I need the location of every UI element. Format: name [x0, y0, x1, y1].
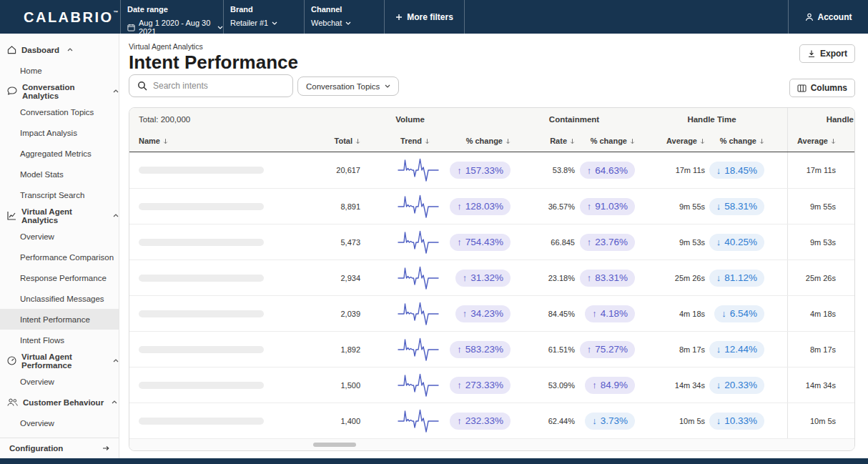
columns-button[interactable]: Columns	[789, 79, 855, 97]
intent-row[interactable]: 2,039↑34.23%84.45%↑4.18%4m 18s↓6.54%4m 1…	[129, 295, 854, 331]
filter-label-brand: Brand	[230, 5, 304, 14]
containment-change-cell: ↑4.18%	[578, 296, 636, 331]
sidebar-item-overview[interactable]: Overview	[0, 413, 119, 433]
intent-row[interactable]: 5,473↑754.43%66.845↑23.76%9m 53s↓40.25%9…	[129, 224, 854, 260]
filter-value-channel[interactable]: Webchat	[311, 19, 384, 27]
sidebar-item-response-performance[interactable]: Response Performance	[0, 267, 119, 288]
column-header-label: % change	[466, 137, 503, 145]
bottom-strip	[0, 458, 868, 464]
line-chart-icon	[7, 211, 16, 220]
sidebar-item-model-stats[interactable]: Model Stats	[0, 164, 119, 184]
sidebar-item-unclassified-messages[interactable]: Unclassified Messages	[0, 288, 119, 309]
sidebar-item-home[interactable]: Home	[0, 60, 119, 81]
account-button[interactable]: Account	[788, 0, 868, 34]
volume-change-pill: ↑232.33%	[450, 413, 511, 430]
search-input[interactable]	[153, 81, 285, 91]
chevron-down-icon	[217, 26, 223, 29]
volume-trend	[362, 152, 439, 188]
handle-average: 14m 34s	[787, 367, 855, 403]
intent-name-cell	[129, 403, 308, 438]
volume-trend	[362, 296, 439, 331]
handle-time-change-pill: ↓12.44%	[709, 341, 764, 358]
sidebar-item-intent-flows[interactable]: Intent Flows	[0, 330, 119, 350]
trend-sparkline	[398, 408, 439, 434]
pill-value: 75.27%	[595, 344, 628, 355]
sidebar-item-impact-analysis[interactable]: Impact Analysis	[0, 122, 119, 143]
sidebar-item-configuration[interactable]: Configuration	[0, 438, 119, 458]
sidebar-item-transcript-search[interactable]: Transcript Search	[0, 184, 119, 205]
pill-value: 4.18%	[601, 308, 628, 319]
filter-date-range: Date rangeAug 1 2020 - Aug 30 2021	[120, 0, 223, 34]
section-label: Conversation Analytics	[22, 83, 105, 100]
sidebar-item-overview[interactable]: Overview	[0, 371, 119, 392]
column-header-average-9[interactable]: Average	[787, 130, 855, 152]
intent-row[interactable]: 1,892↑583.23%61.51%↑75.27%8m 17s↓12.44%8…	[129, 331, 854, 367]
intent-name-skeleton	[139, 203, 264, 210]
intent-row[interactable]: 2,934↑31.32%23.18%↑83.31%25m 26s↓81.12%2…	[129, 260, 854, 295]
intent-row[interactable]: 20,617↑157.33%53.8%↑64.63%17m 11s↓18.45%…	[129, 152, 854, 188]
filter-value-text: Webchat	[311, 19, 342, 27]
sidebar-item-intent-performance[interactable]: Intent Performance	[0, 309, 119, 330]
filter-label-date-range: Date range	[127, 5, 223, 14]
intent-row[interactable]: 1,500↑273.33%53.09%↑84.9%14m 34s↓20.33%1…	[129, 367, 854, 403]
search-box	[129, 74, 293, 97]
containment-change-pill: ↑75.27%	[580, 341, 635, 358]
sidebar-section-conversation-analytics[interactable]: Conversation Analytics	[0, 81, 119, 102]
filter-value-brand[interactable]: Retailer #1	[230, 19, 304, 27]
column-header-name-1[interactable]: Name	[129, 130, 308, 152]
down-arrow-icon: ↓	[716, 272, 721, 283]
volume-trend	[362, 189, 439, 224]
arrow-right-icon	[102, 445, 109, 451]
sidebar-section-dasboard[interactable]: Dasboard	[0, 39, 119, 60]
sidebar-item-conversation-topics[interactable]: Conversation Topics	[0, 102, 119, 122]
sort-icon	[831, 138, 836, 144]
pill-value: 31.32%	[470, 272, 503, 283]
handle-average: 9m 55s	[787, 189, 855, 224]
pill-value: 583.23%	[465, 344, 503, 355]
horizontal-scrollbar-thumb[interactable]	[313, 443, 356, 447]
containment-change-cell: ↓3.73%	[578, 403, 636, 438]
intent-row[interactable]: 1,400↑232.33%62.44%↓3.73%10m 5s↓10.33%10…	[129, 403, 854, 438]
column-header-rate-5[interactable]: Rate	[512, 130, 578, 152]
handle-time-average: 9m 53s	[636, 224, 708, 260]
dropdown-label: Conversation Topics	[306, 82, 380, 91]
more-filters-button[interactable]: More filters	[384, 0, 465, 34]
sidebar-item-overview[interactable]: Overview	[0, 226, 119, 247]
volume-total: 1,892	[308, 332, 362, 367]
up-arrow-icon: ↑	[587, 201, 592, 212]
table-total-count: Total: 200,000	[129, 108, 308, 130]
up-arrow-icon: ↑	[457, 344, 462, 355]
containment-change-pill: ↑23.76%	[580, 234, 635, 251]
volume-total: 2,934	[308, 260, 362, 295]
pill-value: 12.44%	[724, 344, 757, 355]
sidebar-section-customer-behaviour[interactable]: Customer Behaviour	[0, 392, 119, 413]
column-header-total-2[interactable]: Total	[308, 130, 362, 152]
chevron-up-icon	[113, 214, 119, 217]
column-header-trend-3[interactable]: Trend	[362, 130, 439, 152]
column-header-change-4[interactable]: % change	[439, 130, 512, 152]
containment-change-cell: ↑64.63%	[578, 152, 636, 188]
column-header-average-7[interactable]: Average	[636, 130, 708, 152]
handle-time-change-pill: ↓40.25%	[709, 234, 764, 251]
export-button[interactable]: Export	[799, 44, 855, 63]
sidebar-section-virtual-agent-performance[interactable]: Virtual Agent Performance	[0, 350, 119, 371]
volume-change-cell: ↑157.33%	[439, 152, 512, 188]
sidebar-section-virtual-agent-analytics[interactable]: Virtual Agent Analytics	[0, 205, 119, 226]
containment-change-pill: ↑64.63%	[580, 162, 635, 179]
calendar-icon	[127, 24, 135, 31]
volume-trend	[362, 367, 439, 403]
up-arrow-icon: ↑	[457, 201, 462, 212]
column-header-change-6[interactable]: % change	[578, 130, 636, 152]
volume-trend	[362, 403, 439, 438]
sidebar-item-aggregated-metrics[interactable]: Aggregated Metrics	[0, 143, 119, 164]
account-label: Account	[818, 12, 852, 22]
conversation-topics-dropdown[interactable]: Conversation Topics	[297, 76, 399, 96]
up-arrow-icon: ↑	[457, 165, 462, 176]
configuration-label: Configuration	[9, 444, 63, 453]
containment-change-cell: ↑23.76%	[578, 224, 636, 260]
intent-row[interactable]: 8,891↑128.03%36.57%↑91.03%9m 55s↓58.31%9…	[129, 188, 854, 224]
volume-trend	[362, 260, 439, 295]
sidebar-item-performance-comparison[interactable]: Performance Comparison	[0, 247, 119, 267]
trend-sparkline	[398, 337, 439, 362]
column-header-change-8[interactable]: % change	[708, 130, 787, 152]
